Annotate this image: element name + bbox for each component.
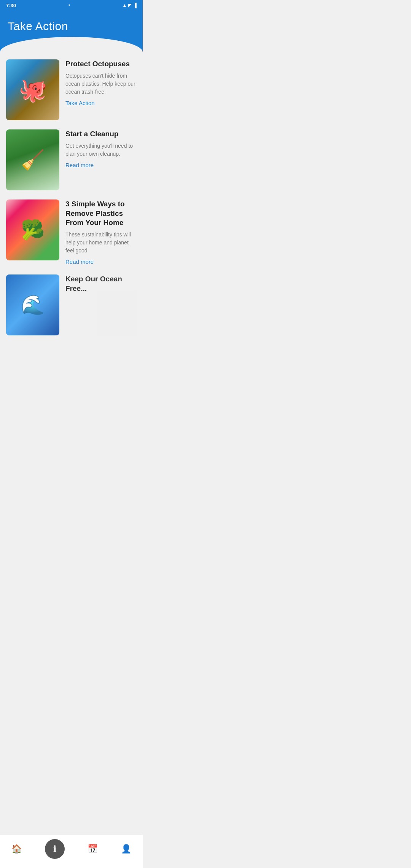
status-dot: • [68,3,70,8]
battery-icon: ▐ [133,3,137,8]
card-content-octopus: Protect Octopuses Octopuses can't hide f… [65,59,137,107]
status-bar: 7:30 • ▲ ◤ ▐ [0,0,143,11]
wifi-icon: ▲ [123,3,127,8]
card-description-plastics: These sustainability tips will help your… [65,231,137,255]
card-description-cleanup: Get everything you'll need to plan your … [65,142,137,158]
card-link-octopus[interactable]: Take Action [65,100,95,106]
page-header: Take Action [0,11,143,52]
card-image-ocean[interactable] [6,274,59,335]
card-title-ocean: Keep Our Ocean Free... [65,274,137,293]
card-content-plastics: 3 Simple Ways to Remove Plastics From Yo… [65,199,137,265]
card-image-cleanup[interactable] [6,129,59,190]
card-plastics: 3 Simple Ways to Remove Plastics From Yo… [6,199,137,265]
card-image-octopus[interactable] [6,59,59,120]
content-area: Protect Octopuses Octopuses can't hide f… [0,52,143,366]
signal-icon: ◤ [128,3,132,8]
card-link-cleanup[interactable]: Read more [65,162,94,168]
card-description-octopus: Octopuses can't hide from ocean plastics… [65,72,137,96]
status-time: 7:30 [6,3,16,8]
header-curve [0,37,143,52]
status-icons: ▲ ◤ ▐ [123,3,137,8]
card-image-produce[interactable] [6,199,59,260]
card-title-plastics: 3 Simple Ways to Remove Plastics From Yo… [65,199,137,228]
card-content-cleanup: Start a Cleanup Get everything you'll ne… [65,129,137,169]
page-title: Take Action [8,20,135,33]
card-title-cleanup: Start a Cleanup [65,129,137,139]
card-octopus: Protect Octopuses Octopuses can't hide f… [6,59,137,120]
card-link-plastics[interactable]: Read more [65,258,94,265]
card-ocean: Keep Our Ocean Free... [6,274,137,335]
card-cleanup: Start a Cleanup Get everything you'll ne… [6,129,137,190]
card-title-octopus: Protect Octopuses [65,59,137,69]
card-content-ocean: Keep Our Ocean Free... [65,274,137,296]
